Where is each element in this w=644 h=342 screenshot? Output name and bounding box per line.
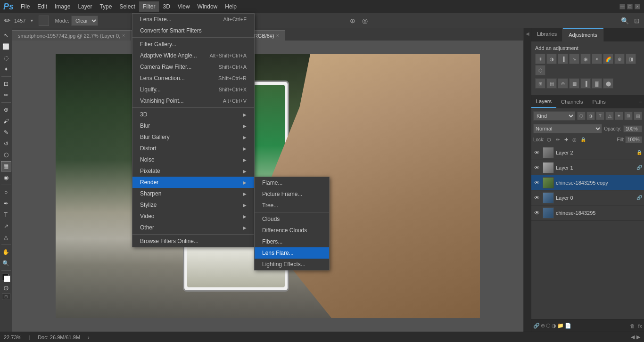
- adj-color-balance[interactable]: ⊕: [614, 54, 625, 64]
- filter-extra2[interactable]: ▤: [634, 112, 642, 120]
- menu-view[interactable]: View: [174, 1, 194, 12]
- tool-path-select[interactable]: ↗: [1, 221, 11, 231]
- lock-image-icon[interactable]: ✏: [554, 136, 561, 143]
- adj-invert[interactable]: ⊖: [558, 78, 568, 89]
- filter-adaptive-wide[interactable]: Adaptive Wide Angle... Alt+Shift+Ctrl+A: [132, 50, 254, 61]
- menu-3d[interactable]: 3D: [159, 1, 173, 12]
- filter-gallery[interactable]: Filter Gallery...: [132, 39, 254, 50]
- mode-select[interactable]: Clear: [71, 16, 98, 26]
- render-picture-frame[interactable]: Picture Frame...: [255, 188, 329, 200]
- layer1-visibility[interactable]: 👁: [533, 164, 541, 171]
- adj-exposure[interactable]: ◉: [580, 54, 591, 64]
- tool-clone[interactable]: ✎: [1, 127, 11, 138]
- filter-render[interactable]: Render ▶ Flame... Picture Frame... Tree.…: [132, 177, 254, 188]
- layers-tab[interactable]: Layers: [531, 96, 556, 108]
- adj-color-lookup[interactable]: ▤: [546, 78, 557, 89]
- adj-selective-color[interactable]: ⬤: [603, 78, 613, 89]
- delete-layer-icon[interactable]: 🗑: [630, 323, 635, 329]
- menu-window[interactable]: Window: [194, 1, 222, 12]
- layer-item-layer2[interactable]: 👁 Layer 2 🔒: [531, 145, 644, 160]
- tool-blur[interactable]: ◉: [1, 172, 11, 183]
- filter-blur-gallery[interactable]: Blur Gallery ▶: [132, 131, 254, 143]
- status-navigate-right[interactable]: ▶: [636, 334, 640, 340]
- tool-icon-1[interactable]: ⊕: [347, 16, 358, 26]
- tool-zoom[interactable]: 🔍: [1, 258, 11, 269]
- adj-channel-mixer[interactable]: ⊞: [535, 78, 545, 89]
- filter-pixelate[interactable]: Pixelate ▶: [132, 165, 254, 177]
- filter-lens-correction[interactable]: Lens Correction... Shift+Ctrl+R: [132, 73, 254, 84]
- render-lens-flare[interactable]: Lens Flare...: [255, 247, 329, 259]
- cn-copy-visibility[interactable]: 👁: [533, 179, 541, 187]
- tool-pen[interactable]: ✒: [1, 198, 11, 209]
- cn-visibility[interactable]: 👁: [533, 209, 541, 217]
- tool-icon-2[interactable]: ◎: [360, 16, 370, 26]
- paths-tab[interactable]: Paths: [588, 96, 611, 107]
- filter-stylize[interactable]: Stylize ▶: [132, 199, 254, 211]
- quick-mask-icon[interactable]: ⊙: [3, 284, 9, 292]
- tab-2-close[interactable]: ×: [276, 33, 279, 38]
- filter-convert-smart[interactable]: Convert for Smart Filters: [132, 25, 254, 36]
- filter-browse-online[interactable]: Browse Filters Online...: [132, 236, 254, 247]
- tool-history[interactable]: ↺: [1, 138, 11, 149]
- status-navigate-left[interactable]: ◀: [631, 334, 635, 340]
- blend-mode-select[interactable]: Normal: [533, 124, 602, 133]
- adj-vibrance[interactable]: ✦: [592, 54, 602, 64]
- filter-smart-icon[interactable]: ✦: [615, 112, 623, 120]
- close-btn[interactable]: ×: [635, 4, 640, 9]
- render-lighting-effects[interactable]: Lighting Effects...: [255, 259, 329, 270]
- filter-type-icon[interactable]: T: [596, 112, 604, 120]
- filter-pixel-icon[interactable]: ⬡: [577, 112, 586, 120]
- lock-artboard-icon[interactable]: ◎: [571, 136, 578, 143]
- filter-other[interactable]: Other ▶: [132, 222, 254, 233]
- tool-dodge[interactable]: ○: [1, 187, 11, 197]
- menu-edit[interactable]: Edit: [33, 1, 51, 12]
- adj-brightness[interactable]: ☀: [535, 54, 545, 64]
- background-color[interactable]: [4, 276, 10, 282]
- search-icon[interactable]: 🔍: [619, 16, 630, 26]
- tab-1-close[interactable]: ×: [122, 33, 125, 38]
- tool-shapes[interactable]: △: [1, 232, 11, 243]
- layers-menu-icon[interactable]: ≡: [639, 99, 644, 105]
- add-adjustment-icon[interactable]: ◑: [552, 323, 556, 329]
- render-fibers[interactable]: Fibers...: [255, 236, 329, 247]
- menu-file[interactable]: File: [17, 1, 33, 12]
- screen-mode-icon[interactable]: ⊡: [632, 16, 642, 26]
- layer-item-cn[interactable]: 👁 chinese-1843295: [531, 205, 644, 220]
- menu-select[interactable]: Select: [116, 1, 139, 12]
- menu-image[interactable]: Image: [51, 1, 74, 12]
- adj-curves[interactable]: ∿: [569, 54, 579, 64]
- filter-blur[interactable]: Blur ▶: [132, 120, 254, 131]
- link-layers-icon[interactable]: 🔗: [533, 323, 540, 329]
- brush-size-icon[interactable]: ▾: [26, 16, 37, 26]
- render-difference-clouds[interactable]: Difference Clouds: [255, 225, 329, 236]
- tool-lasso[interactable]: ◌: [1, 53, 11, 63]
- filter-3d[interactable]: 3D ▶: [132, 109, 254, 120]
- tab-libraries[interactable]: Libraries: [531, 28, 563, 41]
- adj-levels[interactable]: ▐: [558, 54, 568, 64]
- layer0-visibility[interactable]: 👁: [533, 194, 541, 202]
- render-clouds[interactable]: Clouds: [255, 213, 329, 225]
- render-tree[interactable]: Tree...: [255, 200, 329, 211]
- lock-transparent-icon[interactable]: ⬡: [545, 136, 553, 143]
- minimize-btn[interactable]: —: [619, 4, 625, 9]
- tool-gradient[interactable]: ▦: [1, 161, 11, 171]
- brush-tool-icon[interactable]: ✏: [2, 16, 12, 26]
- menu-type[interactable]: Type: [96, 1, 116, 12]
- tool-heal[interactable]: ⊕: [1, 105, 11, 115]
- render-flame[interactable]: Flame...: [255, 177, 329, 188]
- tool-move[interactable]: ↖: [1, 30, 11, 41]
- tool-hand[interactable]: ✋: [1, 247, 11, 257]
- tool-crop[interactable]: ⊡: [1, 79, 11, 89]
- channels-tab[interactable]: Channels: [556, 96, 587, 107]
- filter-adjust-icon[interactable]: ◑: [586, 112, 595, 120]
- lock-position-icon[interactable]: ✚: [562, 136, 570, 143]
- opacity-value[interactable]: 100%: [623, 125, 642, 132]
- filter-lens-flare-top[interactable]: Lens Flare... Alt+Ctrl+F: [132, 14, 254, 25]
- layer-item-cn-copy[interactable]: 👁 chinese-1843295 copy: [531, 175, 644, 190]
- kind-select[interactable]: Kind: [533, 111, 575, 121]
- adj-posterize[interactable]: ▩: [569, 78, 579, 89]
- tool-brush[interactable]: 🖌: [1, 116, 11, 126]
- adj-threshold[interactable]: ▐: [580, 78, 591, 89]
- adj-contrast[interactable]: ◑: [546, 54, 557, 64]
- filter-extra1[interactable]: ⊞: [624, 112, 633, 120]
